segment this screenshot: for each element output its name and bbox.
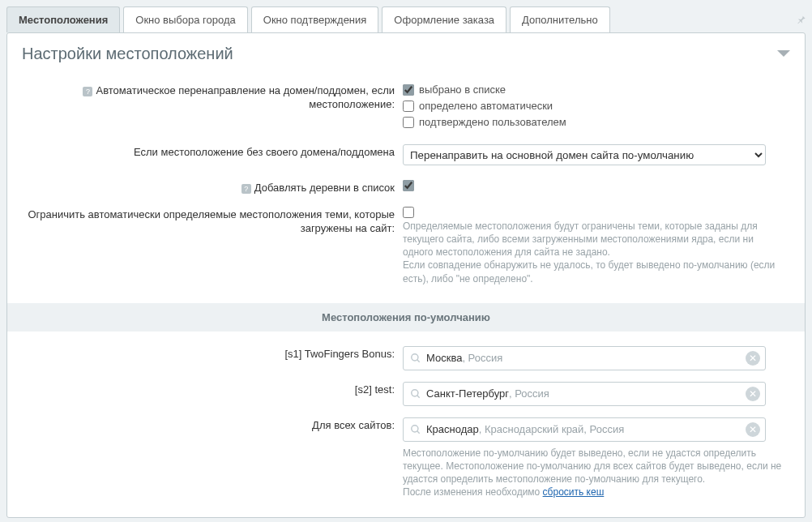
select-no-domain-action[interactable]: Перенаправить на основной домен сайта по…	[403, 144, 766, 165]
search-icon	[410, 388, 421, 400]
search-icon	[410, 424, 421, 435]
help-icon[interactable]: ?	[241, 184, 251, 194]
location-value: Москва	[426, 352, 462, 364]
cb-selected-input[interactable]	[403, 84, 414, 96]
cb-auto-input[interactable]	[403, 101, 414, 112]
svg-point-0	[412, 354, 418, 361]
location-input-s1[interactable]: Москва, Россия ✕	[403, 346, 766, 370]
clear-icon[interactable]: ✕	[746, 422, 760, 437]
location-value: Санкт-Петербург	[426, 387, 509, 400]
location-subvalue: , Краснодарский край, Россия	[479, 423, 625, 435]
svg-point-4	[412, 426, 418, 432]
pin-icon[interactable]	[793, 11, 806, 28]
cb-selected-in-list[interactable]: выбрано в списке	[403, 83, 790, 97]
search-icon	[410, 353, 421, 364]
panel-title: Настройки местоположений	[22, 45, 233, 63]
cb-confirmed[interactable]: подтверждено пользователем	[403, 115, 790, 130]
location-input-s2[interactable]: Санкт-Петербург, Россия ✕	[403, 382, 766, 406]
cb-confirmed-input[interactable]	[403, 117, 414, 128]
tab-additional[interactable]: Дополнительно	[510, 6, 610, 32]
tab-locations[interactable]: Местоположения	[6, 6, 120, 32]
settings-panel: Настройки местоположений ?Автоматическое…	[6, 32, 806, 518]
help-icon[interactable]: ?	[83, 87, 92, 96]
tab-checkout[interactable]: Оформление заказа	[382, 6, 506, 32]
cb-restrict-input[interactable]	[403, 207, 414, 218]
label-default-s2: [s2] test:	[22, 382, 403, 397]
label-no-domain: Если местоположение без своего домена/по…	[22, 144, 403, 160]
cb-villages-input[interactable]	[403, 180, 414, 191]
tab-city-select-window[interactable]: Окно выбора города	[123, 6, 248, 32]
cb-confirmed-label: подтверждено пользователем	[419, 115, 566, 130]
label-villages: Добавлять деревни в список	[254, 182, 395, 194]
cb-selected-label: выбрано в списке	[419, 83, 506, 97]
cb-auto-detected[interactable]: определено автоматически	[403, 99, 790, 113]
cb-restrict[interactable]	[403, 207, 790, 218]
clear-icon[interactable]: ✕	[746, 351, 760, 366]
hint-restrict: Определяемые местоположения будут ограни…	[403, 220, 782, 285]
label-restrict: Ограничить автоматически определяемые ме…	[22, 207, 403, 236]
label-default-all: Для всех сайтов:	[22, 417, 403, 433]
svg-line-5	[417, 431, 420, 434]
location-subvalue: , Россия	[509, 387, 549, 400]
sub-header-defaults: Местоположения по-умолчанию	[7, 303, 805, 332]
tab-confirm-window[interactable]: Окно подтверждения	[251, 6, 379, 32]
svg-point-2	[412, 390, 418, 396]
svg-line-3	[417, 396, 420, 398]
cb-auto-label: определено автоматически	[419, 99, 553, 113]
label-auto-redirect: Автоматическое перенаправление на домен/…	[96, 84, 395, 110]
collapse-icon[interactable]	[777, 50, 790, 58]
location-value: Краснодар	[426, 423, 479, 435]
clear-icon[interactable]: ✕	[746, 387, 760, 401]
tabs-bar: Местоположения Окно выбора города Окно п…	[0, 0, 812, 32]
cb-villages[interactable]	[403, 180, 790, 191]
hint-defaults: Местоположение по-умолчанию будет выведе…	[403, 447, 782, 499]
location-subvalue: , Россия	[462, 352, 502, 364]
label-default-s1: [s1] TwoFingers Bonus:	[22, 346, 403, 362]
reset-cache-link[interactable]: сбросить кеш	[543, 486, 605, 498]
location-input-all[interactable]: Краснодар, Краснодарский край, Россия ✕	[403, 417, 766, 442]
svg-line-1	[417, 360, 420, 362]
